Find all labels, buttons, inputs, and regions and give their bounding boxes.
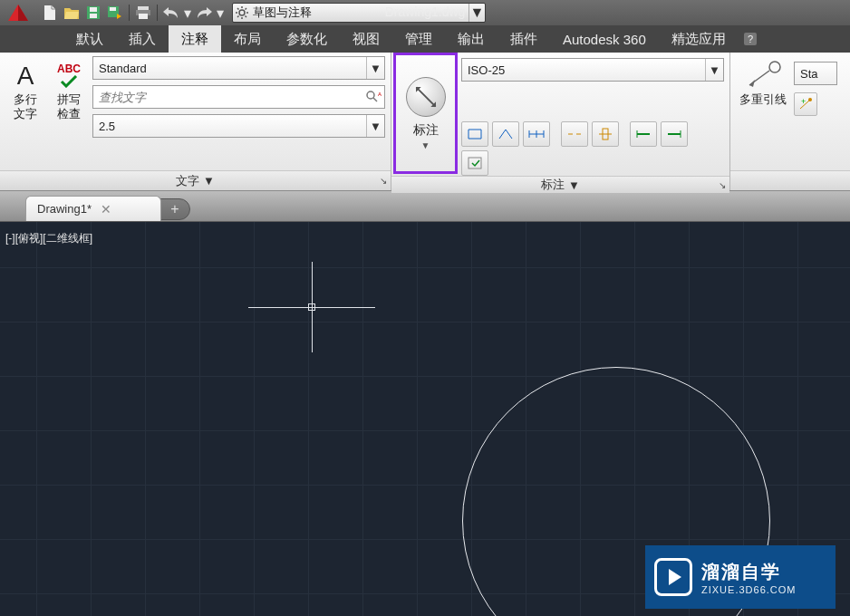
new-tab-button[interactable]: + [159,198,190,220]
help-icon[interactable]: ? [739,25,762,53]
svg-line-16 [246,8,247,10]
open-file-icon[interactable] [62,3,82,23]
panel-launcher-icon[interactable]: ↘ [719,180,726,190]
find-text-input[interactable]: ABC [92,85,385,109]
leader-add-icon[interactable]: + [794,92,817,116]
dim-quick-icon[interactable] [492,121,519,147]
dim-tol-green2-icon[interactable] [661,121,688,147]
text-style-combo[interactable]: Standard ▼ [92,56,385,80]
svg-rect-1 [90,7,97,12]
dim-tol-green1-icon[interactable] [630,121,657,147]
document-tab-label: Drawing1* [37,202,92,216]
ribbon: A 多行文字 ABC 拼写检查 Standard ▼ ABC [0,53,850,191]
dim-update-icon[interactable] [461,150,488,176]
watermark-url: ZIXUE.3D66.COM [701,584,796,595]
find-text-field[interactable] [93,91,362,104]
svg-text:+: + [801,98,806,106]
dimension-icon [406,77,446,117]
multiline-text-button[interactable]: A 多行文字 [5,56,45,121]
svg-text:?: ? [748,34,753,44]
svg-rect-5 [138,6,149,10]
letter-a-icon: A [12,60,39,91]
panel-dimension: 标注 ▼ ISO-25 ▼ [391,53,730,190]
chevron-down-icon[interactable]: ▼ [468,4,485,22]
save-icon[interactable] [83,3,103,23]
panel-leader-footer[interactable] [730,170,850,190]
tab-annotate[interactable]: 注释 [169,25,221,53]
panel-launcher-icon[interactable]: ↘ [380,176,387,186]
title-bar: ▾ ▾ 草图与注释 ▼ Drawing1.dwg [0,0,850,25]
pick-box [308,303,315,311]
dim-linear-icon[interactable] [461,121,488,147]
tab-manage[interactable]: 管理 [392,25,445,53]
chevron-down-icon: ▼ [421,140,430,150]
svg-point-44 [808,98,812,101]
chevron-down-icon: ▼ [366,115,384,137]
drawing-canvas[interactable]: [-][俯视][二维线框] 溜溜自学 ZIXUE.3D66.COM [0,222,850,616]
chevron-down-icon: ▼ [705,59,723,81]
leader-style-combo[interactable]: Sta [794,62,837,85]
svg-line-13 [237,8,239,10]
spellcheck-button[interactable]: ABC 拼写检查 [49,56,89,121]
plus-icon: + [170,201,179,217]
svg-marker-42 [749,80,755,87]
svg-point-40 [769,62,780,72]
spellcheck-icon: ABC [57,60,81,91]
panel-dimension-footer[interactable]: 标注▼ ↘ [391,176,729,193]
svg-rect-4 [110,7,116,11]
undo-icon[interactable] [161,3,181,23]
dim-style-combo[interactable]: ISO-25 ▼ [461,58,724,82]
svg-rect-2 [90,14,97,18]
multileader-icon [742,60,784,91]
ribbon-tabs: 默认 插入 注释 布局 参数化 视图 管理 输出 插件 Autodesk 360… [0,25,850,53]
saveas-icon[interactable] [105,3,125,23]
dim-continue-icon[interactable] [523,121,550,147]
panel-leader: 多重引线 Sta + [730,53,850,190]
tab-output[interactable]: 输出 [445,25,497,53]
svg-text:ABC: ABC [378,91,382,97]
dimension-tools [461,87,724,176]
panel-text: A 多行文字 ABC 拼写检查 Standard ▼ ABC [0,53,391,190]
close-icon[interactable]: ✕ [101,202,111,217]
chevron-down-icon: ▼ [366,57,384,79]
multileader-button[interactable]: 多重引线 [736,56,790,107]
svg-point-8 [239,10,245,15]
redo-icon[interactable] [194,3,214,23]
print-icon[interactable] [133,3,153,23]
watermark: 溜溜自学 ZIXUE.3D66.COM [645,545,836,609]
play-icon [654,558,692,596]
tab-addins[interactable]: 插件 [497,25,550,53]
tab-default[interactable]: 默认 [63,25,116,53]
tab-view[interactable]: 视图 [340,25,392,53]
svg-rect-39 [468,158,481,168]
dim-break-icon[interactable] [561,121,588,147]
text-height-combo[interactable]: 2.5 ▼ [92,114,385,138]
tab-a360[interactable]: Autodesk 360 [550,25,659,53]
new-file-icon[interactable] [40,3,60,23]
svg-point-20 [367,91,374,99]
tab-parametric[interactable]: 参数化 [274,25,340,53]
document-tab-bar: Drawing1* ✕ + [0,191,850,222]
document-tab[interactable]: Drawing1* ✕ [25,196,161,221]
tab-layout[interactable]: 布局 [221,25,274,53]
workspace-selector[interactable]: 草图与注释 ▼ [232,3,486,23]
svg-text:A: A [17,62,34,89]
undo-dropdown-icon[interactable]: ▾ [183,3,192,23]
svg-line-15 [237,16,239,18]
dimension-button[interactable]: 标注 ▼ [393,53,458,174]
redo-dropdown-icon[interactable]: ▾ [216,3,225,23]
panel-text-footer[interactable]: 文字▼ ↘ [0,170,391,190]
quick-access-toolbar: ▾ ▾ [36,3,228,23]
viewport-label[interactable]: [-][俯视][二维线框] [5,231,92,246]
svg-rect-7 [139,14,148,19]
dim-adjust-icon[interactable] [592,121,619,147]
svg-line-14 [246,16,247,18]
svg-line-21 [373,98,377,101]
tab-insert[interactable]: 插入 [116,25,169,53]
workspace-label: 草图与注释 [251,5,468,21]
tab-featured[interactable]: 精选应用 [659,25,739,53]
find-icon[interactable]: ABC [362,90,384,104]
watermark-brand: 溜溜自学 [701,560,796,584]
app-logo[interactable] [0,0,36,25]
gear-icon [233,6,251,19]
